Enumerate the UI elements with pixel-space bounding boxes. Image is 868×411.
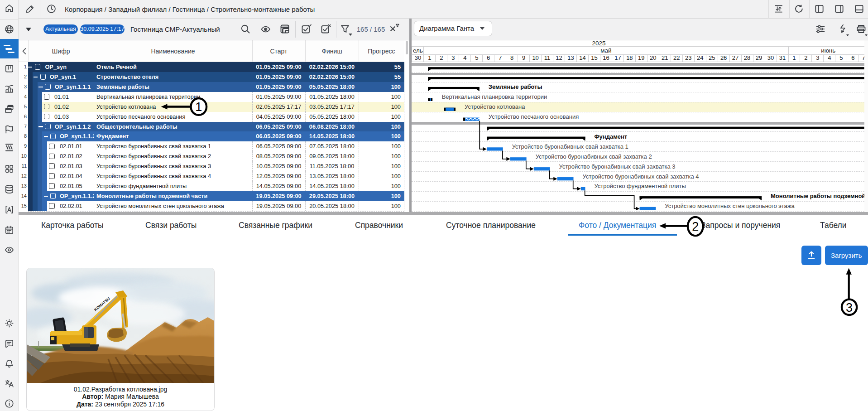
svg-text:2: 2 <box>692 220 699 233</box>
svg-text:1: 1 <box>195 100 202 114</box>
svg-text:3: 3 <box>846 301 853 314</box>
